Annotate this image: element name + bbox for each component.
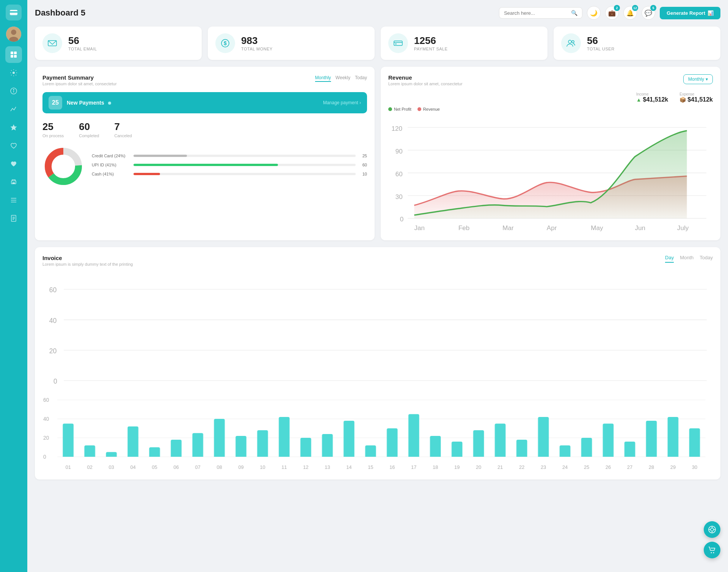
legend-net-profit: Net Profit (388, 107, 411, 111)
svg-point-3 (11, 30, 16, 35)
canceled-label: Canceled (114, 133, 132, 138)
svg-rect-26 (394, 41, 402, 45)
revenue-dropdown[interactable]: Monthly ▾ (683, 74, 713, 84)
avatar[interactable] (6, 27, 21, 42)
credit-card-label: Credit Card (24%) (92, 154, 130, 158)
completed-label: Completed (79, 133, 99, 138)
users-icon (561, 33, 581, 53)
cart-fab[interactable] (704, 542, 720, 558)
svg-point-60 (711, 528, 714, 531)
revenue-dot (417, 107, 421, 111)
svg-text:Jan: Jan (414, 224, 425, 232)
svg-rect-28 (395, 44, 397, 44)
tab-weekly[interactable]: Weekly (336, 74, 350, 82)
svg-text:July: July (677, 224, 689, 232)
money-value: 983 (241, 35, 273, 46)
invoice-tab-month[interactable]: Month (680, 255, 693, 263)
payment-summary-header: Payment Summary Lorem ipsum dolor sit am… (42, 74, 367, 86)
page-title: Dashboard 5 (35, 8, 494, 18)
search-icon: 🔍 (571, 10, 577, 16)
stat-info-payment: 1256 PAYMENT SALE (414, 35, 448, 52)
stat-card-money: $ 983 TOTAL MONEY (208, 27, 375, 60)
sidebar-item-dashboard[interactable] (5, 46, 22, 63)
invoice-tab-today[interactable]: Today (700, 255, 713, 263)
sidebar-logo[interactable] (6, 5, 22, 20)
progress-upi: UPI ID (41%) 60 (92, 163, 367, 167)
svg-rect-7 (11, 55, 13, 58)
svg-text:30: 30 (395, 193, 403, 201)
legend-revenue: Revenue (417, 107, 440, 111)
wallet-btn[interactable]: 💼 2 (605, 6, 619, 20)
cash-val: 10 (359, 172, 367, 176)
pstat-canceled: 7 Canceled (114, 121, 132, 138)
invoice-bar-chart: 0 20 40 60 (42, 271, 713, 393)
svg-text:90: 90 (395, 148, 403, 155)
upi-bar-bg (133, 164, 356, 166)
progress-cash: Cash (41%) 10 (92, 172, 367, 176)
theme-toggle-btn[interactable]: 🌙 (587, 6, 601, 20)
sidebar-item-list[interactable] (5, 192, 22, 208)
chart-icon: 📊 (708, 10, 714, 16)
svg-text:0: 0 (400, 216, 404, 223)
generate-report-button[interactable]: Generate Report 📊 (660, 7, 720, 19)
money-icon: $ (215, 33, 235, 53)
sidebar-item-favorites[interactable] (5, 137, 22, 154)
invoice-tab-day[interactable]: Day (665, 255, 674, 263)
main-content: Dashboard 5 🔍 🌙 💼 2 🔔 12 💬 5 Generate Re… (27, 0, 728, 572)
email-label: TOTAL EMAIL (68, 47, 97, 51)
income-stat: Income ▲ $41,512k (636, 92, 668, 103)
canceled-value: 7 (114, 121, 132, 133)
sidebar-item-info[interactable] (5, 83, 22, 99)
expense-value: $41,512k (687, 96, 713, 103)
income-arrow-icon: ▲ (636, 97, 642, 103)
search-input[interactable] (504, 10, 568, 16)
sidebar-item-docs[interactable] (5, 210, 22, 227)
sidebar-item-print[interactable] (5, 174, 22, 190)
svg-point-12 (13, 89, 14, 90)
expense-arrow-icon: 📦 (679, 97, 686, 103)
support-fab[interactable] (704, 521, 720, 538)
revenue-subtitle: Lorem ipsum dolor sit amet, consectetur (388, 81, 463, 86)
payment-bottom: Credit Card (24%) 25 UPI ID (41%) 60 (42, 146, 367, 189)
svg-text:Apr: Apr (547, 224, 557, 232)
tab-monthly[interactable]: Monthly (315, 74, 331, 82)
sidebar-item-likes[interactable] (5, 155, 22, 172)
svg-point-65 (711, 552, 712, 553)
invoice-titles: Invoice Lorem ipsum is simply dummy text… (42, 255, 133, 266)
revenue-titles: Revenue Lorem ipsum dolor sit amet, cons… (388, 74, 463, 86)
invoice-card: Invoice Lorem ipsum is simply dummy text… (35, 247, 720, 479)
invoice-canvas (42, 396, 713, 472)
revenue-header: Revenue Lorem ipsum dolor sit amet, cons… (388, 74, 713, 86)
sidebar-item-star[interactable] (5, 119, 22, 136)
middle-row: Payment Summary Lorem ipsum dolor sit am… (35, 67, 720, 240)
svg-rect-1 (10, 11, 17, 13)
svg-point-29 (568, 40, 571, 43)
money-label: TOTAL MONEY (241, 47, 273, 51)
stat-info-user: 56 TOTAL USER (587, 35, 615, 52)
svg-text:Jun: Jun (635, 224, 646, 232)
svg-text:120: 120 (392, 125, 403, 132)
upi-label: UPI ID (41%) (92, 163, 130, 167)
sidebar-item-analytics[interactable] (5, 101, 22, 118)
payment-label: PAYMENT SALE (414, 47, 448, 51)
revenue-chart: 0 30 60 90 120 Jan Feb Mar Apr May Jun J… (388, 114, 713, 231)
svg-marker-13 (11, 124, 17, 130)
notification-badge: 12 (632, 5, 638, 11)
invoice-subtitle: Lorem ipsum is simply dummy text of the … (42, 262, 133, 266)
notification-btn[interactable]: 🔔 12 (623, 6, 637, 20)
sidebar (0, 0, 27, 572)
search-bar: 🔍 (499, 7, 582, 19)
revenue-legend: Net Profit Revenue (388, 107, 713, 111)
email-icon (42, 33, 62, 53)
sidebar-item-settings[interactable] (5, 64, 22, 81)
payment-summary-title: Payment Summary (42, 74, 117, 81)
svg-rect-6 (14, 52, 17, 54)
svg-text:40: 40 (49, 317, 57, 324)
tab-today[interactable]: Today (355, 74, 367, 82)
manage-payment-link[interactable]: Manage payment › (323, 100, 361, 105)
chat-btn[interactable]: 💬 5 (642, 6, 655, 20)
svg-rect-5 (11, 52, 13, 54)
stat-info-email: 56 TOTAL EMAIL (68, 35, 97, 52)
net-profit-dot (388, 107, 392, 111)
credit-card-val: 25 (359, 154, 367, 158)
